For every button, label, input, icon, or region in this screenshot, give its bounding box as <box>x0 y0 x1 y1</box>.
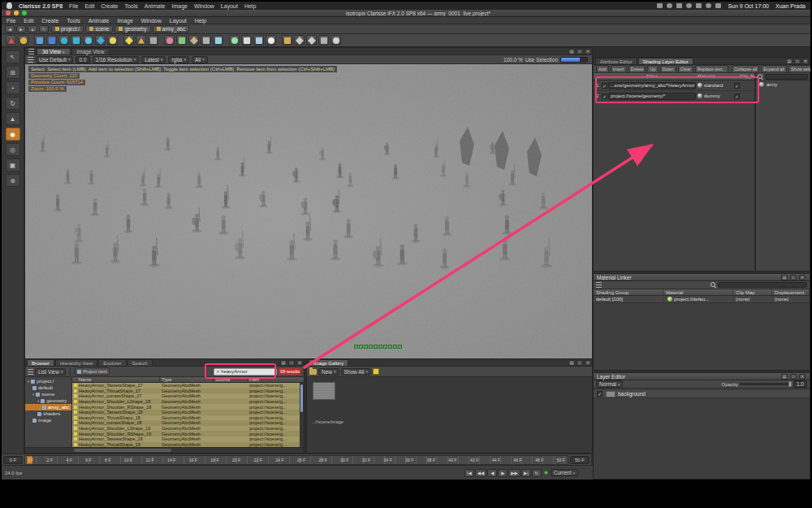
tab-attribute-editor[interactable]: Attribute Editor <box>595 58 637 64</box>
new-image-selector[interactable]: New <box>318 368 339 376</box>
polymesh-cylinder-icon[interactable] <box>71 35 81 46</box>
browser-search-input[interactable]: heavyArmor <box>214 368 277 376</box>
volume-icon[interactable] <box>657 3 663 8</box>
macos-menu-create[interactable]: Create <box>101 3 118 9</box>
panel-options-icon[interactable] <box>781 275 788 280</box>
material-cell[interactable]: dummy <box>704 93 733 98</box>
table-row[interactable]: HeavyArmor_TassetsShape_18GeometryAbcMes… <box>72 410 304 415</box>
layer-3d-icon[interactable] <box>253 35 264 46</box>
battery-icon[interactable] <box>696 3 702 8</box>
expand-all-button[interactable]: Expand all <box>761 65 787 73</box>
texture-node-icon[interactable] <box>176 35 187 46</box>
panel-options-icon[interactable] <box>280 360 287 366</box>
table-row[interactable]: HeavyArmor_ThroatShape_18GeometryAbcMesh… <box>72 415 304 421</box>
light-spot-icon[interactable] <box>136 35 146 46</box>
macos-menu-edit[interactable]: Edit <box>84 3 94 9</box>
curve-tool-icon[interactable] <box>95 35 106 46</box>
panel-close-icon[interactable] <box>585 49 591 54</box>
render-action-icon[interactable] <box>266 35 276 46</box>
current-frame-selector[interactable]: Current <box>551 469 578 476</box>
tab-3d-view[interactable]: 3d View <box>37 48 71 54</box>
go-to-end-button[interactable]: ▶| <box>521 469 531 477</box>
select-mode-icon[interactable] <box>6 35 16 46</box>
polymesh-plane-icon[interactable] <box>34 35 45 46</box>
rotate-tool-icon[interactable]: ↻ <box>6 97 20 110</box>
panel-menu-icon[interactable] <box>28 49 34 54</box>
lod-selector[interactable]: All <box>192 56 208 63</box>
tree-item-geometry[interactable]: ▾geometry <box>25 397 71 404</box>
opacity-value[interactable]: 1.0 <box>793 380 807 388</box>
prev-frame-button[interactable]: ◀ <box>487 469 497 477</box>
table-row[interactable]: HeavyArmor_Shoulder_RShape_18GeometryAbc… <box>72 404 304 410</box>
python-script-icon[interactable] <box>294 35 304 46</box>
macos-menu-file[interactable]: File <box>69 3 78 9</box>
tree-item-shaders[interactable]: shaders <box>25 410 71 417</box>
view-mode-selector[interactable]: List View <box>35 368 66 376</box>
utility-node-icon[interactable] <box>188 35 199 46</box>
panel-options-icon[interactable] <box>781 374 788 380</box>
panel-close-icon[interactable] <box>802 59 809 64</box>
material-linker-row[interactable]: default [100]project://defau...(none)(no… <box>594 296 810 303</box>
macos-menu-image[interactable]: Image <box>171 3 187 9</box>
combiner-icon[interactable] <box>213 35 223 46</box>
filter-pattern-cell[interactable]: project://scene/geometry/* <box>608 93 696 100</box>
macos-menu-help[interactable]: Help <box>244 3 256 9</box>
close-window-button[interactable] <box>6 11 11 15</box>
pointer-tool-icon[interactable]: ↖ <box>6 50 20 63</box>
menu-file[interactable]: File <box>6 18 15 24</box>
nav-forward-button[interactable]: ▶ <box>16 25 26 33</box>
color-swatch-icon[interactable] <box>373 368 379 375</box>
tree-item-project[interactable]: ▾project:/ <box>25 378 71 384</box>
implicit-sphere-icon[interactable] <box>83 35 93 46</box>
group-node-icon[interactable] <box>201 35 211 46</box>
samples-field[interactable]: 0.0 <box>76 56 89 63</box>
replace-text-button[interactable]: Replace text... <box>695 65 728 73</box>
wrench-tool-icon[interactable] <box>318 35 329 46</box>
zoom-window-button[interactable] <box>22 11 27 15</box>
color-wheel-icon[interactable] <box>18 35 28 46</box>
tree-item-scene[interactable]: ▾scene <box>25 391 71 397</box>
vertical-scrollbar[interactable] <box>300 383 304 447</box>
gallery-thumbnail[interactable] <box>313 382 335 400</box>
lua-script-icon[interactable] <box>306 35 317 46</box>
down-button[interactable]: Down <box>660 65 676 73</box>
clip-map-checkbox[interactable] <box>734 83 740 89</box>
tab-shading-layer-editor[interactable]: Shading Layer Editor <box>638 58 693 64</box>
panel-close-icon[interactable] <box>585 360 591 366</box>
column-material[interactable]: Material <box>663 289 733 295</box>
apple-menu-icon[interactable] <box>6 2 12 9</box>
panel-maximize-icon[interactable] <box>577 49 583 54</box>
image-node-icon[interactable] <box>241 35 252 46</box>
shading-layer-row[interactable]: 1...ene/geometry/army_abc/*HeavyArmor*st… <box>594 80 754 91</box>
expand-arrow-icon[interactable]: ▾ <box>37 399 39 403</box>
notification-center-icon[interactable] <box>715 3 721 8</box>
tab-image-gallery[interactable]: Image Gallery <box>309 359 348 366</box>
menubar-user[interactable]: Xuan Prada <box>775 3 806 9</box>
macos-menu-tools[interactable]: Tools <box>124 3 137 9</box>
panel-maximize-icon[interactable] <box>288 360 295 366</box>
expand-arrow-icon[interactable]: ▾ <box>28 380 29 384</box>
minimize-window-button[interactable] <box>14 11 19 15</box>
panel-maximize-icon[interactable] <box>790 275 797 280</box>
menu-tools[interactable]: Tools <box>67 18 80 24</box>
insert-button[interactable]: Insert <box>611 65 627 73</box>
menu-image[interactable]: Image <box>117 18 132 24</box>
resolution-selector[interactable]: 1/16 Resolution <box>93 56 140 63</box>
panel-close-icon[interactable] <box>799 275 806 280</box>
polymesh-sphere-icon[interactable] <box>58 35 69 46</box>
range-start-field[interactable]: 0 F <box>3 456 23 464</box>
shading-layer-icon[interactable] <box>282 35 292 46</box>
add-button[interactable]: Add <box>596 65 609 73</box>
menu-create[interactable]: Create <box>41 18 58 24</box>
light-distant-icon[interactable] <box>107 35 118 46</box>
tree-item-army-abc[interactable]: army_abc <box>25 404 71 410</box>
table-row[interactable]: HeavyArmor_Shoulder_LShape_18GeometryAbc… <box>72 399 304 405</box>
show-selection-button[interactable]: Show selection <box>788 65 810 73</box>
go-to-start-button[interactable]: |◀ <box>464 469 474 477</box>
browser-menu-icon[interactable] <box>28 369 33 375</box>
column-name[interactable]: Name <box>72 377 160 382</box>
table-row[interactable]: HeavyArmor_cuirassShape_17GeometryAbcMes… <box>72 393 304 399</box>
use-selection-toggle[interactable]: Use Selection <box>525 57 558 63</box>
layer-row[interactable]: background <box>594 390 810 398</box>
display-icon[interactable] <box>667 3 672 8</box>
